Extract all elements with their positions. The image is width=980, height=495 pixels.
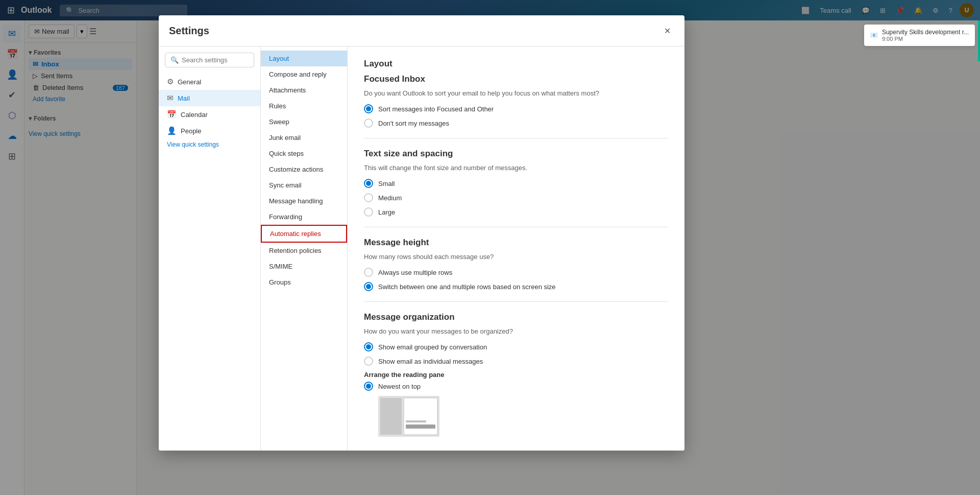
message-org-section: Message organization How do you want you… [364, 312, 668, 438]
sweep-label: Sweep [269, 118, 289, 126]
subnav-layout[interactable]: Layout [261, 51, 347, 66]
subnav-junk-email[interactable]: Junk email [261, 130, 347, 146]
arrange-reading-pane-label: Arrange the reading pane [364, 371, 668, 379]
radio-newest-top[interactable] [364, 382, 373, 391]
subnav-retention-policies[interactable]: Retention policies [261, 243, 347, 258]
subnav-compose-reply[interactable]: Compose and reply [261, 66, 347, 82]
divider-3 [364, 301, 668, 302]
message-org-option-grouped[interactable]: Show email grouped by conversation [364, 342, 668, 351]
always-multiple-label: Always use multiple rows [378, 269, 452, 276]
compose-reply-label: Compose and reply [269, 70, 327, 78]
radio-individual[interactable] [364, 357, 373, 366]
focused-inbox-title: Focused Inbox [364, 74, 668, 84]
sort-focused-label: Sort messages into Focused and Other [378, 105, 494, 113]
newest-top-label: Newest on top [378, 383, 421, 390]
text-size-section: Text size and spacing This will change t… [364, 149, 668, 217]
message-handling-label: Message handling [269, 197, 323, 205]
message-org-option-individual[interactable]: Show email as individual messages [364, 357, 668, 366]
text-size-option-small[interactable]: Small [364, 179, 668, 188]
rules-label: Rules [269, 102, 286, 110]
settings-content: Layout Focused Inbox Do you want Outlook… [348, 46, 684, 451]
radio-switch-rows[interactable] [364, 282, 373, 291]
reading-pane-newest-top[interactable]: Newest on top [364, 382, 668, 391]
message-org-title: Message organization [364, 312, 668, 322]
settings-dialog: Settings ✕ 🔍 ⚙ General ✉ [159, 15, 684, 451]
subnav-groups[interactable]: Groups [261, 274, 347, 290]
subnav-smime[interactable]: S/MIME [261, 258, 347, 274]
general-label: General [178, 78, 201, 86]
smime-label: S/MIME [269, 263, 292, 270]
settings-header: Settings ✕ [159, 15, 684, 46]
message-height-option-switch[interactable]: Switch between one and multiple rows bas… [364, 282, 668, 291]
reading-pane-preview-container [378, 396, 668, 438]
dont-sort-label: Don't sort my messages [378, 120, 449, 127]
divider-1 [364, 138, 668, 138]
message-height-title: Message height [364, 238, 668, 248]
radio-large[interactable] [364, 207, 373, 217]
subnav-rules[interactable]: Rules [261, 98, 347, 114]
people-nav-icon: 👤 [167, 126, 177, 135]
outlook-background: ⊞ Outlook 🔍 ⬜ Teams call 💬 ⊞ 📌 🔔 ⚙ ? U ✉… [0, 0, 980, 495]
radio-grouped-conv[interactable] [364, 342, 373, 351]
attachments-label: Attachments [269, 86, 306, 94]
subnav-customize-actions[interactable]: Customize actions [261, 161, 347, 177]
individual-label: Show email as individual messages [378, 358, 483, 365]
calendar-nav-label: Calendar [181, 111, 208, 119]
radio-dont-sort[interactable] [364, 119, 373, 128]
settings-nav-calendar[interactable]: 📅 Calendar [159, 106, 260, 123]
large-label: Large [378, 208, 395, 216]
settings-nav-people[interactable]: 👤 People [159, 123, 260, 139]
svg-rect-4 [406, 420, 426, 422]
text-size-description: This will change the font size and numbe… [364, 164, 668, 172]
green-sidebar-accent [978, 20, 980, 61]
close-button[interactable]: ✕ [660, 23, 674, 38]
text-size-option-medium[interactable]: Medium [364, 193, 668, 202]
radio-sort-focused[interactable] [364, 104, 373, 113]
radio-always-multiple[interactable] [364, 268, 373, 277]
subnav-message-handling[interactable]: Message handling [261, 193, 347, 209]
calendar-nav-icon: 📅 [167, 110, 177, 119]
view-quick-settings-settings[interactable]: View quick settings [159, 139, 260, 150]
settings-nav-general[interactable]: ⚙ General [159, 74, 260, 90]
message-org-description: How do you want your messages to be orga… [364, 327, 668, 335]
forwarding-label: Forwarding [269, 213, 302, 221]
svg-rect-3 [406, 425, 435, 429]
notification-text: Supervity Skills development r... [882, 29, 969, 36]
text-size-option-large[interactable]: Large [364, 207, 668, 217]
page-title: Layout [364, 59, 668, 69]
general-icon: ⚙ [167, 77, 174, 86]
divider-2 [364, 227, 668, 227]
radio-medium[interactable] [364, 193, 373, 202]
small-label: Small [378, 180, 395, 187]
quick-steps-label: Quick steps [269, 150, 304, 157]
subnav-sync-email[interactable]: Sync email [261, 177, 347, 193]
notification-time: 9:00 PM [882, 36, 969, 42]
settings-body: 🔍 ⚙ General ✉ Mail 📅 Calendar [159, 46, 684, 451]
layout-label: Layout [269, 55, 289, 62]
message-height-option-always[interactable]: Always use multiple rows [364, 268, 668, 277]
subnav-attachments[interactable]: Attachments [261, 82, 347, 98]
automatic-replies-label: Automatic replies [270, 230, 321, 238]
mail-nav-icon: ✉ [167, 93, 174, 103]
subnav-sweep[interactable]: Sweep [261, 114, 347, 130]
settings-nav-mail[interactable]: ✉ Mail [159, 90, 260, 106]
focused-inbox-option-dont-sort[interactable]: Don't sort my messages [364, 119, 668, 128]
subnav-automatic-replies[interactable]: Automatic replies [261, 225, 347, 243]
focused-inbox-description: Do you want Outlook to sort your email t… [364, 89, 668, 97]
text-size-title: Text size and spacing [364, 149, 668, 159]
groups-label: Groups [269, 278, 291, 286]
settings-search-container[interactable]: 🔍 [165, 53, 254, 67]
subnav-forwarding[interactable]: Forwarding [261, 209, 347, 225]
radio-small[interactable] [364, 179, 373, 188]
medium-label: Medium [378, 194, 402, 202]
settings-title: Settings [169, 25, 209, 37]
sync-email-label: Sync email [269, 181, 302, 189]
settings-search-input[interactable] [182, 56, 249, 64]
subnav-quick-steps[interactable]: Quick steps [261, 146, 347, 161]
people-nav-label: People [181, 127, 201, 135]
modal-overlay: Settings ✕ 🔍 ⚙ General ✉ [0, 0, 980, 495]
message-height-description: How many rows should each message use? [364, 253, 668, 261]
reading-pane-preview-svg [378, 396, 439, 437]
message-height-section: Message height How many rows should each… [364, 238, 668, 291]
focused-inbox-option-sort[interactable]: Sort messages into Focused and Other [364, 104, 668, 113]
